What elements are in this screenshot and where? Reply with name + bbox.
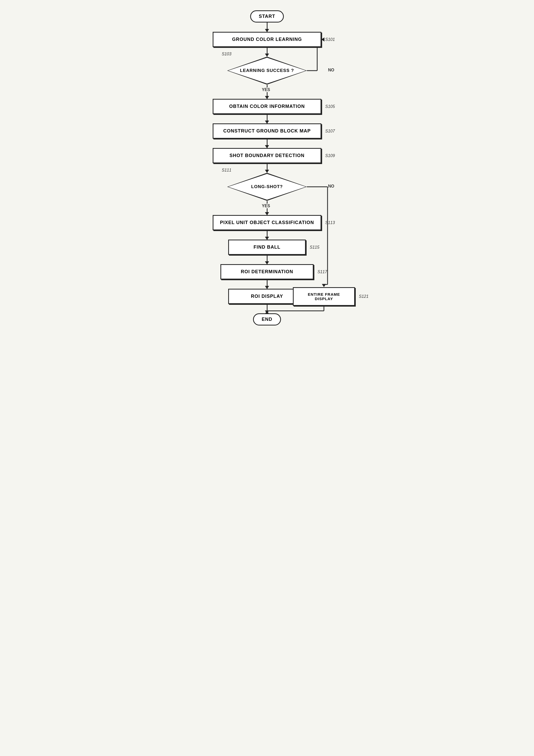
main-flow: START GROUND COLOR LEARNING S101 LEARNIN… <box>179 5 355 333</box>
end-node: END <box>253 313 281 325</box>
s105-label: S105 <box>325 104 335 109</box>
arrow-start-to-s101 <box>267 22 268 32</box>
s109-label: S109 <box>325 153 335 158</box>
s111-yes-label: YES <box>262 203 270 208</box>
s111-text: LONG-SHOT? <box>251 184 283 189</box>
s105-box: OBTAIN COLOR INFORMATION <box>213 99 321 114</box>
flowchart-container: START GROUND COLOR LEARNING S101 LEARNIN… <box>179 5 355 333</box>
s101-text: GROUND COLOR LEARNING <box>232 37 302 42</box>
s113-label: S113 <box>325 220 335 225</box>
s121-text: ENTIRE FRAME DISPLAY <box>308 292 340 301</box>
s117-label: S117 <box>317 270 327 274</box>
s103-label: S103 <box>222 52 231 56</box>
s109-box: SHOT BOUNDARY DETECTION <box>213 148 321 163</box>
s101-box: GROUND COLOR LEARNING <box>213 32 321 47</box>
arrow-s101-to-s103 <box>267 47 268 56</box>
s107-label: S107 <box>325 129 335 133</box>
arrow-s107-to-s109 <box>267 139 268 148</box>
s105-text: OBTAIN COLOR INFORMATION <box>229 104 305 109</box>
s103-yes-label: YES <box>262 88 270 92</box>
s117-text: ROI DETERMINATION <box>241 269 293 274</box>
arrow-s119-to-end <box>267 304 268 313</box>
s111-label: S111 <box>222 168 231 173</box>
s115-label: S115 <box>310 245 319 250</box>
s113-text: PIXEL UNIT OBJECT CLASSIFICATION <box>220 220 314 225</box>
start-node: START <box>250 10 284 22</box>
arrow-s115-to-s117 <box>267 255 268 264</box>
yes-line-s111-top <box>267 201 268 203</box>
s121-box: ENTIRE FRAME DISPLAY <box>293 287 355 306</box>
end-label: END <box>261 317 272 322</box>
s117-box: ROI DETERMINATION <box>221 264 313 280</box>
arrow-s117-to-s119 <box>267 280 268 289</box>
s103-no-label: NO <box>328 68 334 72</box>
s109-text: SHOT BOUNDARY DETECTION <box>229 153 305 158</box>
arrow-s103-yes-to-s105 <box>267 92 268 99</box>
s113-box: PIXEL UNIT OBJECT CLASSIFICATION <box>213 215 321 230</box>
s119-text: ROI DISPLAY <box>251 294 283 299</box>
s115-text: FIND BALL <box>254 245 280 250</box>
start-label: START <box>259 14 275 19</box>
arrow-s105-to-s107 <box>267 114 268 123</box>
s103-diamond: LEARNING SUCCESS ? <box>226 56 308 85</box>
arrow-s109-to-s111 <box>267 163 268 173</box>
yes-line-top <box>267 85 268 88</box>
arrow-s111-yes-to-s113 <box>267 208 268 215</box>
s107-text: CONSTRUCT GROUND BLOCK MAP <box>223 128 311 133</box>
s107-box: CONSTRUCT GROUND BLOCK MAP <box>213 123 321 139</box>
s103-text: LEARNING SUCCESS ? <box>240 68 294 73</box>
s121-label: S121 <box>359 294 368 299</box>
s111-no-label: NO <box>328 184 334 189</box>
arrow-s113-to-s115 <box>267 230 268 240</box>
s115-box: FIND BALL <box>228 240 306 255</box>
s111-diamond: LONG-SHOT? <box>226 173 308 201</box>
s101-label: S101 <box>325 37 335 42</box>
